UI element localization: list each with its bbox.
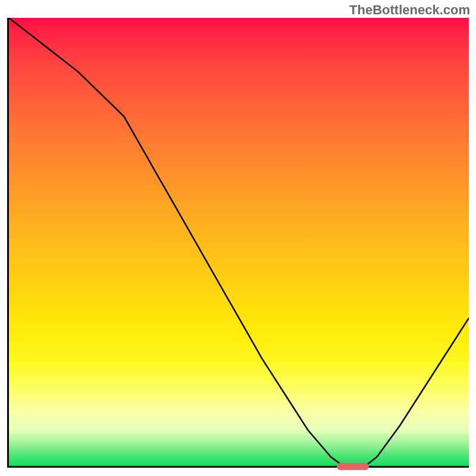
watermark-text: TheBottleneck.com	[349, 2, 470, 18]
chart-plot-area	[7, 18, 469, 468]
chart-curve-svg	[9, 18, 469, 466]
bottleneck-curve	[9, 18, 469, 465]
optimal-marker	[337, 463, 369, 470]
